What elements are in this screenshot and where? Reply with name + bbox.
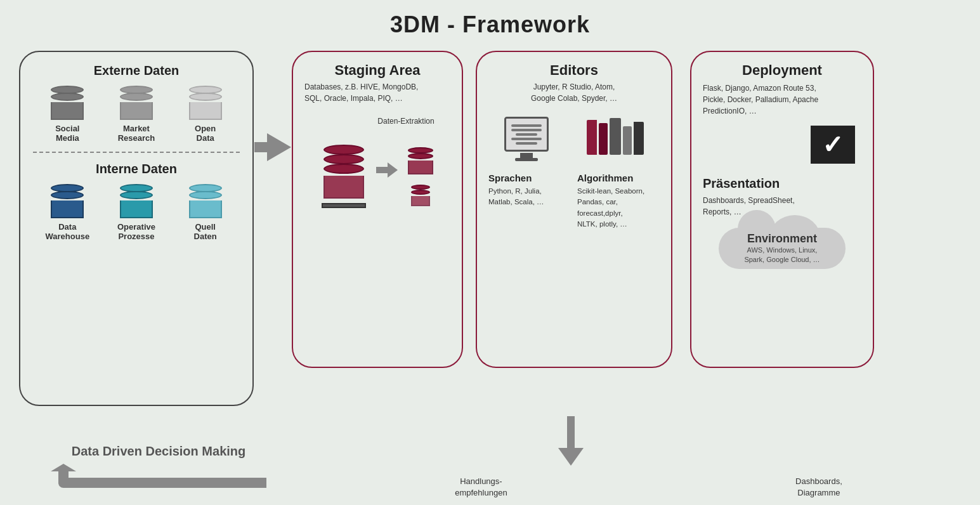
section-divider <box>33 152 240 153</box>
sprachen-section: Sprachen Python, R, Julia,Matlab, Scala,… <box>488 173 571 230</box>
sprachen-text: Python, R, Julia,Matlab, Scala, … <box>488 186 571 208</box>
data-warehouse-item: DataWarehouse <box>39 184 96 241</box>
staging-subtitle: Databases, z.B. HIVE, MongoDB,SQL, Oracl… <box>304 81 450 104</box>
environment-cloud: Environment AWS, Windows, Linux,Spark, G… <box>703 228 861 269</box>
staging-db-tiny <box>411 185 430 206</box>
staging-area-box: Staging Area Databases, z.B. HIVE, Mongo… <box>292 51 463 368</box>
algorithmen-title: Algorithmen <box>577 173 660 183</box>
data-sources-box: Externe Daten SocialMedia MarketResearch <box>19 51 254 406</box>
interne-icons-row: DataWarehouse OperativeProzesse QuellDat <box>33 184 240 241</box>
presentation-title: Präsentation <box>703 176 861 191</box>
editors-subtitle: Jupyter, R Studio, Atom,Google Colab, Sp… <box>488 81 660 104</box>
environment-text: AWS, Windows, Linux,Spark, Google Cloud,… <box>744 246 820 265</box>
daten-extraktion-label: Daten-Extraktion <box>362 117 450 126</box>
deployment-title: Deployment <box>703 62 861 79</box>
data-warehouse-label: DataWarehouse <box>46 222 90 241</box>
externe-daten-label: Externe Daten <box>33 63 240 78</box>
environment-title: Environment <box>747 232 817 246</box>
social-media-label: SocialMedia <box>55 124 79 143</box>
algorithmen-text: Scikit-lean, Seaborn,Pandas, car,forecas… <box>577 186 660 230</box>
open-data-label: OpenData <box>195 124 216 143</box>
deployment-box: Deployment Flask, Django, Amazon Route 5… <box>690 51 874 368</box>
quell-daten-item: QuellDaten <box>177 184 234 241</box>
extraction-arrow <box>376 162 398 178</box>
books-icon <box>587 117 644 155</box>
bottom-labels: Handlungs-empfehlungen Dashboards,Diagra… <box>298 476 961 499</box>
open-data-item: OpenData <box>177 86 234 143</box>
feedback-arrow-svg <box>38 464 279 499</box>
feedback-label: Data Driven Decision Making <box>72 444 246 459</box>
sprachen-title: Sprachen <box>488 173 571 183</box>
staging-db-large <box>322 145 366 208</box>
interne-daten-label: Interne Daten <box>33 162 240 176</box>
quell-daten-label: QuellDaten <box>194 222 217 241</box>
editors-title: Editors <box>488 62 660 79</box>
handlungsempfehlungen-label: Handlungs-empfehlungen <box>455 476 507 499</box>
down-arrow-svg <box>558 416 584 467</box>
algorithmen-section: Algorithmen Scikit-lean, Seaborn,Pandas,… <box>577 173 660 230</box>
externe-icons-row: SocialMedia MarketResearch OpenData <box>33 86 240 143</box>
main-title: 3DM - Framework <box>0 0 980 38</box>
operative-prozesse-item: OperativeProzesse <box>108 184 165 241</box>
checkmark-symbol: ✓ <box>822 130 844 159</box>
operative-prozesse-label: OperativeProzesse <box>117 222 155 241</box>
arrow-to-staging <box>254 133 292 161</box>
checkmark-box: ✓ <box>811 126 855 164</box>
presentation-text: Dashboards, SpreadSheet,Reports, … <box>703 195 861 218</box>
editors-box: Editors Jupyter, R Studio, Atom,Google C… <box>476 51 672 368</box>
staging-db-small <box>408 147 433 174</box>
computer-icon <box>504 117 549 161</box>
market-research-label: MarketResearch <box>118 124 155 143</box>
market-research-item: MarketResearch <box>108 86 165 143</box>
social-media-item: SocialMedia <box>39 86 96 143</box>
staging-title: Staging Area <box>304 62 450 79</box>
dashboards-diagramme-label: Dashboards,Diagramme <box>795 476 842 499</box>
svg-marker-3 <box>558 448 584 466</box>
deployment-text: Flask, Django, Amazon Route 53,Pickle, D… <box>703 82 861 117</box>
svg-rect-2 <box>567 416 575 448</box>
feedback-area: Data Driven Decision Making <box>19 444 298 499</box>
svg-marker-1 <box>51 464 76 471</box>
